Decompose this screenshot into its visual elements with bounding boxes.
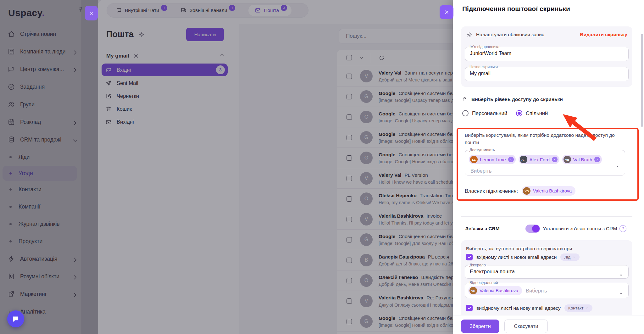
cancel-button[interactable]: Скасувати: [504, 320, 548, 333]
chip-name: Lemon Lime: [480, 157, 506, 162]
chevron-down-icon: [572, 255, 576, 259]
crm-link-toggle[interactable]: [525, 225, 540, 233]
avatar: LL: [470, 156, 478, 163]
connection-owner-row: Власник підключення: VB Valeriia Bashkir…: [465, 186, 575, 196]
source-value[interactable]: Електронна пошта: [465, 267, 628, 275]
access-users-placeholder: Виберіть: [470, 168, 492, 174]
owner-chip: VB Valeriia Bashkirova: [522, 186, 575, 196]
mailbox-name-value[interactable]: My gmail: [465, 69, 628, 76]
support-chat-button[interactable]: [7, 310, 24, 327]
pin-icon[interactable]: [77, 6, 84, 13]
incoming-checkbox[interactable]: [466, 254, 473, 260]
outgoing-rule-row: вихідному листі на нову email адресу Кон…: [466, 304, 592, 312]
access-users-hint: Виберіть користувачів, яким потрібно дод…: [465, 131, 624, 146]
owner-name: Valeriia Bashkirova: [533, 188, 572, 193]
outgoing-checkbox[interactable]: [466, 305, 473, 311]
user-chip: AFAlex Ford: [519, 155, 559, 164]
source-select[interactable]: Джерело Електронна пошта: [465, 263, 629, 279]
radio-label: Персональний: [472, 110, 507, 116]
lock-icon: [462, 96, 468, 102]
dropdown-caret-icon[interactable]: [618, 272, 624, 278]
access-user-chips: LLLemon LimeAFAlex FordVBVal Brath: [469, 155, 602, 164]
mailbox-name-label: Назва скриньки: [468, 65, 499, 69]
close-icon: [89, 11, 94, 16]
avatar: VB: [523, 187, 530, 195]
chat-bubble-icon: [12, 315, 20, 323]
radio-персональний[interactable]: Персональний: [462, 110, 507, 116]
responsible-chip: VB Valeriia Bashkirova: [468, 286, 522, 295]
chip-remove-icon[interactable]: [594, 157, 600, 162]
account-settings-label[interactable]: Налаштувати обліковий запис: [476, 32, 544, 37]
outgoing-entity-pill[interactable]: Контакт: [564, 304, 593, 312]
source-label: Джерело: [468, 263, 487, 267]
drawer-title: Підключення поштової скриньки: [462, 5, 570, 13]
incoming-entity-value: Лід: [564, 255, 570, 259]
close-icon: [444, 9, 449, 15]
crm-links-row: Зв'язки з CRM Установити зв'язок пошти з…: [462, 225, 636, 233]
module-backdrop: [0, 0, 98, 334]
user-chip: VBVal Brath: [562, 155, 602, 164]
owner-label: Власник підключення:: [465, 188, 518, 194]
chip-remove-icon[interactable]: [552, 157, 558, 162]
responsible-name: Valeriia Bashkirova: [480, 288, 518, 293]
dropdown-caret-icon[interactable]: [615, 164, 620, 169]
access-users-label: Доступ мають: [468, 148, 497, 152]
access-level-radios: ПерсональнийСпільний: [462, 110, 548, 116]
drawer-divider: [453, 19, 644, 19]
avatar: VB: [564, 156, 571, 163]
module-close-button[interactable]: [85, 6, 98, 20]
sender-name-value[interactable]: JuniorWorld Team: [465, 49, 628, 56]
responsible-placeholder: Виберіть: [526, 288, 547, 294]
access-level-heading-text: Виберіть рівень доступу до скриньки: [471, 97, 563, 102]
radio-dot-icon: [462, 110, 469, 116]
avatar: AF: [520, 156, 527, 163]
avatar: VB: [469, 287, 477, 294]
gear-icon: [466, 31, 472, 38]
outgoing-rule-label: вихідному листі на нову email адресу: [476, 305, 561, 311]
chip-name: Val Brath: [573, 157, 592, 162]
responsible-select[interactable]: Відповідальний VB Valeriia Bashkirova Ви…: [465, 281, 629, 298]
radio-спільний[interactable]: Спільний: [516, 110, 548, 116]
drawer-footer: Зберегти Скасувати: [453, 315, 644, 334]
incoming-entity-pill[interactable]: Лід: [560, 253, 580, 261]
incoming-rule-label: вхідному листі з нової email адреси: [476, 254, 557, 260]
sender-name-label: Ім'я відправника: [468, 45, 501, 49]
user-chip: LLLemon Lime: [469, 155, 516, 164]
drawer-divider: [461, 216, 632, 217]
help-icon[interactable]: ?: [619, 225, 626, 232]
drawer-close-button[interactable]: [440, 5, 453, 19]
save-button[interactable]: Зберегти: [461, 320, 499, 333]
responsible-label: Відповідальний: [468, 281, 499, 285]
delete-mailbox-link[interactable]: Видалити скриньку: [580, 32, 627, 37]
account-card: Налаштувати обліковий запис Видалити скр…: [461, 26, 632, 87]
chevron-down-icon: [585, 306, 589, 310]
crm-entities-hint: Виберіть, які сутності потрібно створюва…: [466, 246, 574, 252]
sender-name-field[interactable]: Ім'я відправника JuniorWorld Team: [465, 45, 629, 61]
dropdown-caret-icon[interactable]: [618, 291, 624, 296]
radio-label: Спільний: [526, 110, 548, 116]
access-level-heading: Виберіть рівень доступу до скриньки: [462, 96, 563, 102]
incoming-rule-row: вхідному листі з нової email адреси Лід: [466, 253, 580, 261]
outgoing-entity-value: Контакт: [568, 306, 584, 310]
crm-links-heading: Зв'язки з CRM: [465, 226, 500, 231]
chip-name: Alex Ford: [530, 157, 550, 162]
drawer-scrollbar[interactable]: [641, 34, 643, 127]
radio-dot-icon: [516, 110, 522, 116]
mailbox-connection-drawer: Підключення поштової скриньки Налаштуват…: [453, 0, 644, 334]
chip-remove-icon[interactable]: [508, 157, 514, 162]
crm-toggle-label: Установити зв'язок пошти з CRM: [543, 226, 617, 231]
access-users-field[interactable]: Доступ мають LLLemon LimeAFAlex FordVBVa…: [465, 148, 625, 175]
mailbox-name-field[interactable]: Назва скриньки My gmail: [465, 65, 629, 81]
